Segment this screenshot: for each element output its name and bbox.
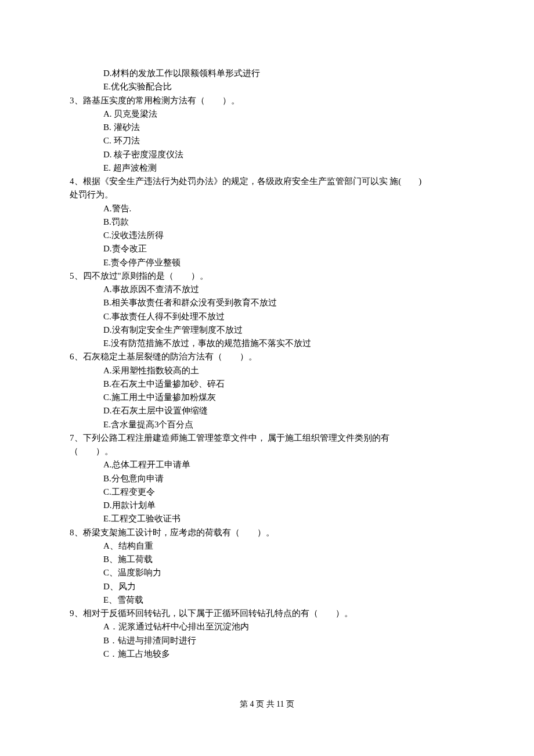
option-text: A.事故原因不查清不放过 (70, 283, 464, 296)
option-text: C. 环刀法 (70, 134, 464, 147)
question-text: 四不放过"原则指的是（ ）。 (83, 271, 208, 280)
question-number: 9、 (70, 609, 83, 618)
option-text: B.分包意向申请 (70, 472, 464, 485)
option-text: D.材料的发放工作以限额领料单形式进行 (70, 67, 464, 80)
question-number: 4、 (70, 177, 83, 186)
option-text: E.优化实验配合比 (70, 80, 464, 93)
option-text: D.责令改正 (70, 242, 464, 255)
option-text: B.相关事故责任者和群众没有受到教育不放过 (70, 296, 464, 309)
question-number: 6、 (70, 352, 83, 361)
question-text: 桥梁支架施工设计时，应考虑的荷载有（ ）。 (83, 528, 275, 537)
option-text: A、结构自重 (70, 539, 464, 553)
option-text: D.用款计划单 (70, 499, 464, 512)
option-text: B．钻进与排渣同时进行 (70, 634, 464, 647)
option-text: D.没有制定安全生产管理制度不放过 (70, 323, 464, 337)
option-text: B. 灌砂法 (70, 121, 464, 134)
option-text: D. 核子密度湿度仪法 (70, 148, 464, 161)
option-text: E.工程交工验收证书 (70, 512, 464, 525)
option-text: A．泥浆通过钻杆中心排出至沉淀池内 (70, 620, 464, 633)
document-page: D.材料的发放工作以限额领料单形式进行 E.优化实验配合比 3、路基压实度的常用… (0, 0, 534, 661)
question-stem: 4、根据《安全生产违法行为处罚办法》的规定，各级政府安全生产监管部门可以实 施(… (70, 175, 464, 188)
option-text: E.含水量提高3个百分点 (70, 418, 464, 431)
option-text: C.事故责任人得不到处理不放过 (70, 310, 464, 323)
question-number: 8、 (70, 528, 83, 537)
question-stem-cont: （ ）。 (70, 445, 464, 458)
question-stem: 7、下列公路工程注册建造师施工管理签章文件中， 属于施工组织管理文件类别的有 (70, 431, 464, 445)
question-stem: 9、相对于反循环回转钻孔，以下属于正循环回转钻孔特点的有（ ）。 (70, 607, 464, 620)
option-text: D.在石灰土层中设置伸缩缝 (70, 404, 464, 417)
option-text: C、温度影响力 (70, 566, 464, 579)
question-number: 5、 (70, 271, 83, 280)
page-footer: 第 4 页 共 11 页 (0, 699, 534, 710)
option-text: D、风力 (70, 580, 464, 593)
option-text: E. 超声波检测 (70, 161, 464, 175)
question-text: 路基压实度的常用检测方法有（ ）。 (83, 96, 240, 105)
option-text: C.工程变更令 (70, 485, 464, 499)
question-stem: 8、桥梁支架施工设计时，应考虑的荷载有（ ）。 (70, 526, 464, 539)
option-text: B.在石灰土中适量掺加砂、碎石 (70, 377, 464, 391)
option-text: E.责令停产停业整顿 (70, 256, 464, 269)
question-text: 石灰稳定土基层裂缝的防治方法有（ ）。 (83, 352, 257, 361)
option-text: C．施工占地较多 (70, 647, 464, 661)
option-text: A. 贝克曼梁法 (70, 107, 464, 121)
question-stem: 3、路基压实度的常用检测方法有（ ）。 (70, 94, 464, 107)
option-text: C.没收违法所得 (70, 229, 464, 242)
question-text: 下列公路工程注册建造师施工管理签章文件中， 属于施工组织管理文件类别的有 (83, 433, 390, 442)
option-text: A.总体工程开工申请单 (70, 458, 464, 471)
option-text: B.罚款 (70, 215, 464, 229)
question-stem: 5、四不放过"原则指的是（ ）。 (70, 269, 464, 283)
option-text: E、雪荷载 (70, 593, 464, 607)
question-stem: 6、石灰稳定土基层裂缝的防治方法有（ ）。 (70, 350, 464, 363)
option-text: B、施工荷载 (70, 553, 464, 566)
question-text: 相对于反循环回转钻孔，以下属于正循环回转钻孔特点的有（ ）。 (83, 609, 353, 618)
question-number: 7、 (70, 433, 83, 442)
option-text: C.施工用土中适量掺加粉煤灰 (70, 391, 464, 404)
option-text: A.采用塑性指数较高的土 (70, 364, 464, 377)
option-text: A.警告. (70, 202, 464, 215)
question-stem-cont: 处罚行为。 (70, 188, 464, 201)
option-text: E.没有防范措施不放过，事故的规范措施不落实不放过 (70, 337, 464, 350)
question-number: 3、 (70, 96, 83, 105)
question-text: 根据《安全生产违法行为处罚办法》的规定，各级政府安全生产监管部门可以实 施( ) (83, 177, 422, 186)
